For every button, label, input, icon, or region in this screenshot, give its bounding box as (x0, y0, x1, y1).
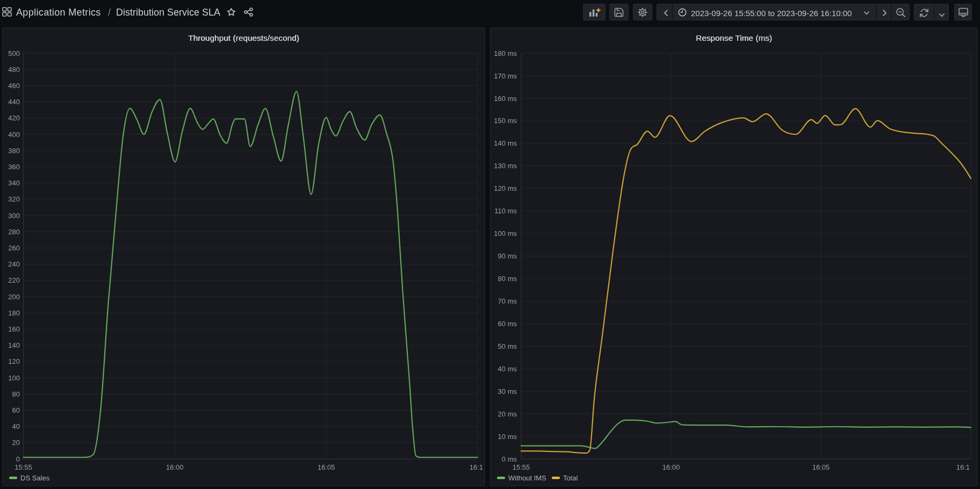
svg-text:DS Sales: DS Sales (20, 474, 50, 482)
svg-text:80: 80 (12, 390, 20, 398)
svg-text:40: 40 (12, 422, 20, 430)
svg-text:15:55: 15:55 (513, 463, 530, 471)
svg-text:130 ms: 130 ms (494, 162, 517, 170)
svg-text:170 ms: 170 ms (494, 72, 517, 80)
svg-text:0: 0 (16, 455, 20, 463)
svg-text:340: 340 (8, 179, 20, 187)
svg-text:120 ms: 120 ms (494, 184, 517, 192)
svg-text:16:1: 16:1 (470, 463, 483, 471)
svg-text:240: 240 (8, 260, 20, 268)
svg-text:40 ms: 40 ms (498, 365, 517, 373)
svg-text:16:05: 16:05 (318, 463, 335, 471)
svg-text:380: 380 (8, 147, 20, 155)
svg-text:50 ms: 50 ms (498, 342, 517, 350)
svg-text:460: 460 (8, 82, 20, 90)
svg-text:300: 300 (8, 212, 20, 220)
svg-text:160 ms: 160 ms (494, 95, 517, 103)
svg-text:160: 160 (8, 325, 20, 333)
svg-text:180: 180 (8, 309, 20, 317)
svg-text:60 ms: 60 ms (498, 320, 517, 328)
svg-text:120: 120 (8, 357, 20, 365)
svg-text:80 ms: 80 ms (498, 275, 517, 283)
svg-text:16:1: 16:1 (956, 463, 970, 471)
svg-text:420: 420 (8, 114, 20, 122)
svg-text:60: 60 (12, 406, 20, 414)
svg-text:15:55: 15:55 (15, 463, 32, 471)
svg-text:140 ms: 140 ms (494, 139, 517, 147)
svg-text:Total: Total (563, 474, 578, 482)
svg-text:220: 220 (8, 276, 20, 284)
svg-text:320: 320 (8, 195, 20, 203)
svg-text:360: 360 (8, 163, 20, 171)
svg-text:110 ms: 110 ms (494, 207, 517, 215)
svg-text:30 ms: 30 ms (498, 387, 517, 395)
svg-text:16:00: 16:00 (166, 463, 184, 471)
svg-text:20 ms: 20 ms (498, 410, 517, 418)
svg-text:70 ms: 70 ms (498, 297, 517, 305)
svg-text:20: 20 (12, 438, 20, 447)
svg-text:140: 140 (8, 341, 20, 349)
svg-text:16:00: 16:00 (662, 463, 680, 471)
svg-text:90 ms: 90 ms (498, 252, 517, 260)
svg-text:280: 280 (8, 228, 20, 236)
svg-text:400: 400 (8, 131, 20, 139)
svg-text:0 ms: 0 ms (502, 455, 517, 463)
svg-text:180 ms: 180 ms (494, 49, 517, 57)
svg-text:Without IMS: Without IMS (508, 474, 546, 482)
svg-text:480: 480 (8, 66, 20, 74)
svg-text:100: 100 (8, 374, 20, 382)
svg-text:500: 500 (8, 49, 20, 57)
svg-text:100 ms: 100 ms (494, 229, 517, 238)
svg-text:440: 440 (8, 98, 20, 106)
svg-text:10 ms: 10 ms (498, 433, 517, 441)
svg-text:16:05: 16:05 (812, 463, 830, 471)
svg-text:150 ms: 150 ms (494, 117, 517, 125)
svg-text:260: 260 (8, 244, 20, 252)
svg-text:200: 200 (8, 293, 20, 301)
